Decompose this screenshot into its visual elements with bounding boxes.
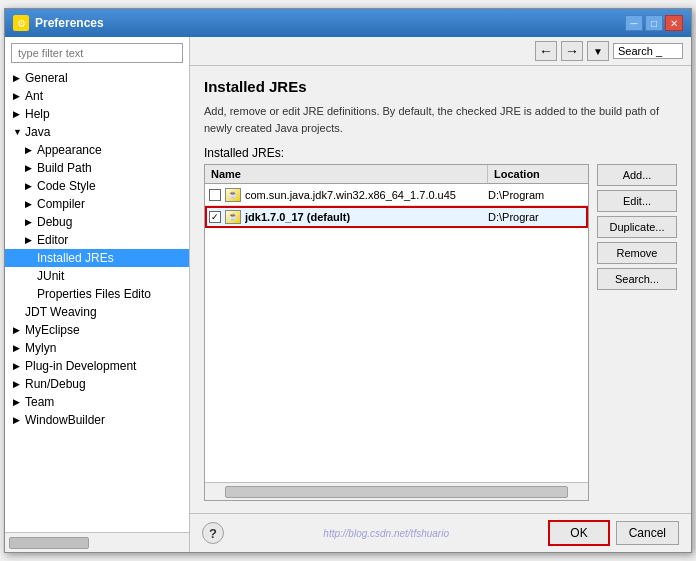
sidebar-item-build-path[interactable]: ▶ Build Path	[5, 159, 189, 177]
sidebar-scrollbar[interactable]	[9, 537, 89, 549]
arrow-icon: ▶	[25, 145, 35, 155]
title-buttons: ─ □ ✕	[625, 15, 683, 31]
sidebar-item-properties-files[interactable]: Properties Files Edito	[5, 285, 189, 303]
sidebar-item-ant[interactable]: ▶ Ant	[5, 87, 189, 105]
sidebar-item-installed-jres[interactable]: Installed JREs	[5, 249, 189, 267]
help-button[interactable]: ?	[202, 522, 224, 544]
duplicate-button[interactable]: Duplicate...	[597, 216, 677, 238]
jre-location-2: D:\Prograr	[488, 211, 588, 223]
filter-input[interactable]	[11, 43, 183, 63]
arrow-icon: ▶	[25, 181, 35, 191]
jre-checkbox-2[interactable]	[205, 211, 225, 223]
arrow-icon: ▶	[13, 325, 23, 335]
arrow-icon: ▶	[13, 415, 23, 425]
table-row[interactable]: ☕ jdk1.7.0_17 (default) D:\Prograr	[205, 206, 588, 228]
title-bar-left: ⚙ Preferences	[13, 15, 104, 31]
tree-area: ▶ General ▶ Ant ▶ Help ▼ Java	[5, 69, 189, 532]
sidebar-item-general[interactable]: ▶ General	[5, 69, 189, 87]
sidebar-item-code-style[interactable]: ▶ Code Style	[5, 177, 189, 195]
sidebar-label: WindowBuilder	[25, 413, 105, 427]
sidebar-label: JDT Weaving	[25, 305, 97, 319]
sidebar-label: Run/Debug	[25, 377, 86, 391]
remove-button[interactable]: Remove	[597, 242, 677, 264]
sidebar-item-team[interactable]: ▶ Team	[5, 393, 189, 411]
sidebar-item-editor[interactable]: ▶ Editor	[5, 231, 189, 249]
sidebar-label: Mylyn	[25, 341, 56, 355]
window-title: Preferences	[35, 16, 104, 30]
sidebar-item-help[interactable]: ▶ Help	[5, 105, 189, 123]
sidebar-label: Ant	[25, 89, 43, 103]
sidebar-item-jdt-weaving[interactable]: JDT Weaving	[5, 303, 189, 321]
h-scrollbar[interactable]	[225, 486, 568, 498]
sidebar-label: JUnit	[37, 269, 64, 283]
sidebar-label: Code Style	[37, 179, 96, 193]
sidebar-item-debug[interactable]: ▶ Debug	[5, 213, 189, 231]
jre-checkbox-1[interactable]	[205, 189, 225, 201]
java-icon: ☕	[225, 188, 241, 202]
forward-button[interactable]: →	[561, 41, 583, 61]
sidebar-item-mylyn[interactable]: ▶ Mylyn	[5, 339, 189, 357]
sidebar-label: Editor	[37, 233, 68, 247]
jre-icon-1: ☕	[225, 188, 243, 202]
jre-table: Name Location ☕	[204, 164, 589, 501]
panel-title: Installed JREs	[204, 78, 677, 95]
search-button[interactable]: Search...	[597, 268, 677, 290]
maximize-button[interactable]: □	[645, 15, 663, 31]
sidebar: ▶ General ▶ Ant ▶ Help ▼ Java	[5, 37, 190, 552]
action-buttons: Add... Edit... Duplicate... Remove Searc…	[597, 164, 677, 501]
arrow-icon: ▶	[13, 91, 23, 101]
search-box	[613, 43, 683, 59]
window-content: ▶ General ▶ Ant ▶ Help ▼ Java	[5, 37, 691, 552]
edit-button[interactable]: Edit...	[597, 190, 677, 212]
jre-icon-2: ☕	[225, 210, 243, 224]
arrow-icon: ▶	[13, 361, 23, 371]
sidebar-item-windowbuilder[interactable]: ▶ WindowBuilder	[5, 411, 189, 429]
sidebar-label: Appearance	[37, 143, 102, 157]
sidebar-item-junit[interactable]: JUnit	[5, 267, 189, 285]
back-button[interactable]: ←	[535, 41, 557, 61]
dropdown-button[interactable]: ▼	[587, 41, 609, 61]
sidebar-item-java[interactable]: ▼ Java	[5, 123, 189, 141]
search-input[interactable]	[618, 45, 678, 57]
sidebar-label: Help	[25, 107, 50, 121]
installed-jres-label: Installed JREs:	[204, 146, 677, 160]
sidebar-item-run-debug[interactable]: ▶ Run/Debug	[5, 375, 189, 393]
add-button[interactable]: Add...	[597, 164, 677, 186]
window-icon: ⚙	[13, 15, 29, 31]
sidebar-item-compiler[interactable]: ▶ Compiler	[5, 195, 189, 213]
sidebar-item-plugin-dev[interactable]: ▶ Plug-in Development	[5, 357, 189, 375]
sidebar-label: Installed JREs	[37, 251, 114, 265]
table-row[interactable]: ☕ com.sun.java.jdk7.win32.x86_64_1.7.0.u…	[205, 184, 588, 206]
table-scroll	[205, 482, 588, 500]
arrow-icon: ▶	[25, 235, 35, 245]
checkbox-icon	[209, 211, 221, 223]
jre-name-2: jdk1.7.0_17 (default)	[245, 211, 488, 223]
watermark: http://blog.csdn.net/tfshuario	[323, 528, 449, 539]
title-bar: ⚙ Preferences ─ □ ✕	[5, 9, 691, 37]
sidebar-label: Java	[25, 125, 50, 139]
preferences-window: ⚙ Preferences ─ □ ✕ ▶ General ▶ Ant	[4, 8, 692, 553]
arrow-icon: ▶	[13, 109, 23, 119]
col-location-header: Location	[488, 165, 588, 183]
ok-button[interactable]: OK	[548, 520, 609, 546]
col-name-header: Name	[205, 165, 488, 183]
sidebar-label: Debug	[37, 215, 72, 229]
arrow-icon: ▼	[13, 127, 23, 137]
table-header: Name Location	[205, 165, 588, 184]
minimize-button[interactable]: ─	[625, 15, 643, 31]
sidebar-item-appearance[interactable]: ▶ Appearance	[5, 141, 189, 159]
sidebar-label: MyEclipse	[25, 323, 80, 337]
cancel-button[interactable]: Cancel	[616, 521, 679, 545]
main-content: Installed JREs Add, remove or edit JRE d…	[190, 66, 691, 513]
sidebar-label: Team	[25, 395, 54, 409]
arrow-icon: ▶	[13, 73, 23, 83]
sidebar-label: Plug-in Development	[25, 359, 136, 373]
jre-location-1: D:\Program	[488, 189, 588, 201]
java-icon: ☕	[225, 210, 241, 224]
sidebar-item-myeclipse[interactable]: ▶ MyEclipse	[5, 321, 189, 339]
arrow-icon: ▶	[25, 163, 35, 173]
main-toolbar: ← → ▼	[190, 37, 691, 66]
close-button[interactable]: ✕	[665, 15, 683, 31]
sidebar-label: Properties Files Edito	[37, 287, 151, 301]
table-and-buttons: Name Location ☕	[204, 164, 677, 501]
